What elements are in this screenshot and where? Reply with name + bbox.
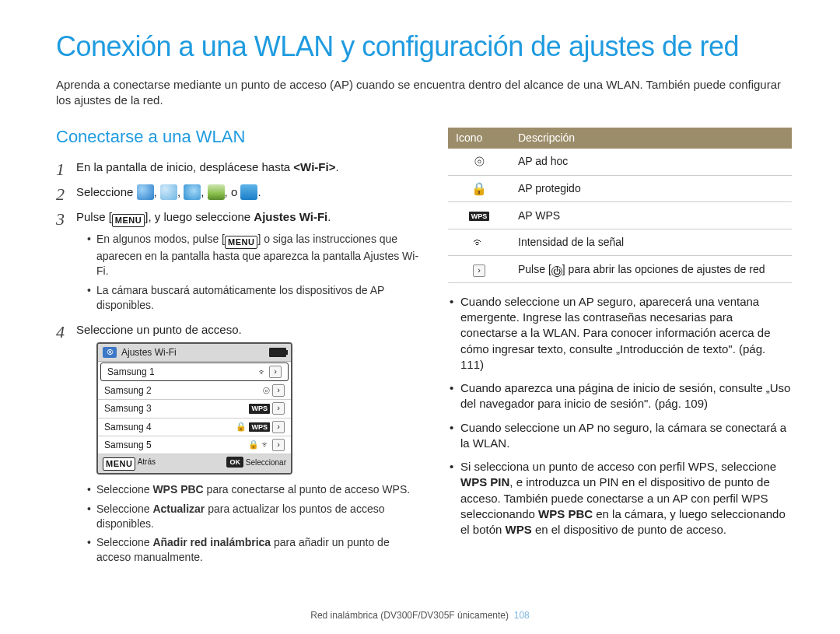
- r5-pre: Pulse [: [518, 263, 551, 275]
- ap-row[interactable]: Samsung 2 ⦾ ›: [98, 382, 291, 400]
- table-row: ⦾ AP ad hoc: [448, 149, 792, 175]
- td-desc: AP WPS: [510, 202, 792, 229]
- ap-row[interactable]: Samsung 1 ᯤ ›: [100, 363, 289, 381]
- step3-after: .: [327, 210, 331, 223]
- note-1: Cuando seleccione un AP seguro, aparecer…: [450, 294, 792, 373]
- ap-label: Samsung 3: [104, 402, 249, 415]
- share-icon: [184, 184, 201, 200]
- step4-sub3: Seleccione Añadir red inalámbrica para a…: [87, 535, 422, 565]
- ap-icons: WPS ›: [249, 402, 285, 415]
- step-2-text: Seleccione , , , , o .: [76, 185, 261, 198]
- device-screenshot: ⦿ Ajustes Wi-Fi Samsung 1 ᯤ › Samsung 2: [96, 342, 292, 475]
- sep-or: , o: [225, 185, 241, 198]
- table-row: WPS AP WPS: [448, 202, 792, 229]
- table-row: › Pulse [⏻] para abrir las opciones de a…: [448, 256, 792, 283]
- step2-pre: Seleccione: [76, 185, 137, 198]
- step3-mid: ], y luego seleccione: [145, 210, 254, 223]
- device-footer: MENU Atrás OK Seleccionar: [98, 454, 291, 473]
- device-header: ⦿ Ajustes Wi-Fi: [98, 344, 291, 362]
- n4-post: en el dispositivo de punto de acceso.: [532, 523, 726, 536]
- td-desc: Pulse [⏻] para abrir las opciones de aju…: [510, 256, 792, 283]
- step-3: 3 Pulse [MENU], y luego seleccione Ajust…: [56, 209, 422, 312]
- step4-sub2: Seleccione Actualizar para actualizar lo…: [87, 502, 422, 531]
- step-number: 2: [56, 183, 65, 206]
- wifi-tile-icon: ⦿: [103, 347, 117, 358]
- n4-pre: Si selecciona un punto de acceso con per…: [460, 460, 776, 473]
- s4s3-b: Añadir red inalámbrica: [152, 536, 271, 548]
- icon-legend-table: Icono Descripción ⦾ AP ad hoc 🔒 AP prote…: [448, 128, 792, 283]
- ap-label: Samsung 1: [107, 366, 258, 378]
- note-3: Cuando seleccione un AP no seguro, la cá…: [450, 420, 792, 452]
- ap-label: Samsung 5: [104, 439, 248, 451]
- n4-b3: WPS: [506, 523, 532, 536]
- picture-icon: [208, 184, 225, 200]
- page-footer: Red inalámbrica (DV300F/DV305F únicament…: [0, 609, 840, 622]
- step3-subs: En algunos modos, pulse [MENU] o siga la…: [76, 232, 422, 312]
- s4s2-b: Actualizar: [152, 503, 205, 515]
- td-desc: AP ad hoc: [510, 149, 792, 175]
- td-desc: Intensidad de la señal: [510, 229, 792, 256]
- n4-b1: WPS PIN: [460, 475, 509, 489]
- ap-icons: 🔒 WPS ›: [236, 421, 285, 433]
- note-2: Cuando aparezca una página de inicio de …: [450, 380, 792, 412]
- device-ap-list: Samsung 1 ᯤ › Samsung 2 ⦾ › Samsung 3 WP…: [98, 363, 291, 454]
- chevron-right-icon: ›: [272, 402, 285, 415]
- columns: Conectarse a una WLAN 1 En la pantalla d…: [56, 125, 792, 574]
- s4s1-b: WPS PBC: [152, 483, 203, 496]
- right-notes: Cuando seleccione un AP seguro, aparecer…: [448, 294, 792, 538]
- page-title: Conexión a una WLAN y configuración de a…: [56, 28, 792, 66]
- signal-icon: ᯤ: [448, 229, 510, 256]
- battery-icon: [269, 348, 286, 357]
- ap-row[interactable]: Samsung 5 🔒 ᯤ ›: [98, 436, 291, 454]
- s4s3-pre: Seleccione: [96, 536, 152, 548]
- globe-icon: [137, 184, 154, 200]
- td-desc: AP protegido: [510, 175, 792, 202]
- page: Conexión a una WLAN y configuración de a…: [0, 0, 840, 634]
- step1-after: .: [335, 160, 338, 173]
- left-column: Conectarse a una WLAN 1 En la pantalla d…: [56, 125, 422, 574]
- wps-icon: WPS: [249, 422, 270, 432]
- th-desc: Descripción: [510, 128, 792, 149]
- section-heading: Conectarse a una WLAN: [56, 125, 422, 149]
- ap-icons: 🔒 ᯤ ›: [248, 439, 285, 451]
- step3-sub2: La cámara buscará automáticamente los di…: [87, 283, 422, 313]
- step-4: 4 Seleccione un punto de acceso. ⦿ Ajust…: [56, 322, 422, 566]
- s4s1-pre: Seleccione: [96, 483, 152, 496]
- chevron-right-icon: ›: [269, 366, 282, 378]
- step4-sub1: Seleccione WPS PBC para conectarse al pu…: [87, 482, 422, 497]
- back-label: Atrás: [138, 457, 156, 466]
- cloud-icon: [160, 184, 177, 200]
- step3-pre: Pulse [: [76, 210, 112, 223]
- lock-icon: 🔒: [448, 175, 510, 202]
- adhoc-icon: ⦾: [448, 149, 510, 175]
- table-row: 🔒 AP protegido: [448, 175, 792, 202]
- table-row: ᯤ Intensidad de la señal: [448, 229, 792, 256]
- chevron-right-icon: ›: [272, 421, 285, 433]
- sep: ,: [201, 185, 207, 198]
- step3-bold: Ajustes Wi-Fi: [254, 210, 327, 223]
- step4-subs: Seleccione WPS PBC para conectarse al pu…: [76, 482, 422, 565]
- power-icon: ⏻: [551, 266, 562, 277]
- footer-text: Red inalámbrica (DV300F/DV305F únicament…: [310, 610, 509, 621]
- device-back[interactable]: MENU Atrás: [103, 457, 156, 471]
- device-select[interactable]: OK Seleccionar: [226, 457, 286, 471]
- step-number: 4: [56, 321, 65, 344]
- r5-post: ] para abrir las opciones de ajustes de …: [562, 263, 765, 275]
- note-4: Si selecciona un punto de acceso con per…: [450, 459, 792, 538]
- menu-badge-icon: MENU: [225, 236, 257, 249]
- step-number: 1: [56, 158, 65, 181]
- s3s1-pre: En algunos modos, pulse [: [96, 233, 225, 245]
- steps-list: 1 En la pantalla de inicio, desplácese h…: [56, 159, 422, 565]
- ap-label: Samsung 2: [104, 384, 263, 397]
- ap-row[interactable]: Samsung 3 WPS ›: [98, 400, 291, 418]
- ap-label: Samsung 4: [104, 421, 236, 433]
- pc-icon: [240, 184, 257, 200]
- ap-row[interactable]: Samsung 4 🔒 WPS ›: [98, 419, 291, 436]
- table-header-row: Icono Descripción: [448, 128, 792, 149]
- sep: ,: [177, 185, 184, 198]
- step3-sub1: En algunos modos, pulse [MENU] o siga la…: [87, 232, 422, 278]
- menu-badge-icon: MENU: [103, 457, 135, 471]
- th-icon: Icono: [448, 128, 510, 149]
- chevron-right-icon: ›: [272, 384, 285, 397]
- step1-bold: <Wi-Fi>: [293, 160, 335, 173]
